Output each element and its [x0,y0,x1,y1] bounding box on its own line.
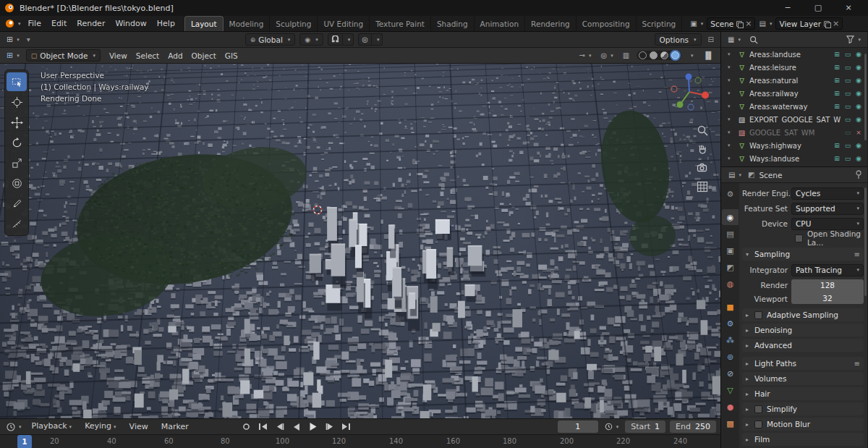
select-box-tool[interactable] [7,72,27,91]
workspace-tab-layout[interactable]: Layout [184,16,224,32]
active-tool-icon[interactable]: ⊞▾ [4,35,22,44]
viewport-menu-gis[interactable]: GIS [221,48,242,64]
tab-tool[interactable]: ⚙ [722,186,739,202]
tab-object[interactable]: ■ [722,299,739,315]
render-visibility-icon[interactable]: ◉ [854,90,863,97]
exclude-icon[interactable]: ⊞ [833,103,841,110]
disclosure-icon[interactable]: ▾ [728,90,734,96]
editor-type-properties-icon[interactable]: ▤▾ [726,171,744,179]
transform-orientation-dropdown[interactable]: ⊕ Global▾ [245,33,296,46]
samples-viewport-field[interactable]: 32 [791,292,864,304]
exclude-icon[interactable]: ⊞ [833,64,841,71]
snap-dropdown[interactable]: ▾ [343,33,354,46]
next-keyframe-button[interactable] [323,421,336,433]
annotate-tool[interactable] [7,194,27,213]
shading-solid-button[interactable] [650,51,658,59]
tab-texture[interactable]: ▩ [722,415,739,431]
shading-material-button[interactable] [660,51,668,59]
browse-view-layer-icon[interactable]: ▤▾ [757,20,774,28]
viewport-3d[interactable]: User Perspective (1) Collection | Ways:r… [0,64,720,418]
editor-type-viewport-icon[interactable]: ⊞▾ [4,51,22,60]
unlink-scene-button[interactable]: × [745,20,752,28]
render-visibility-icon[interactable]: ◉ [854,103,863,110]
remove-view-layer-button[interactable]: × [833,20,839,28]
workspace-tab-rendering[interactable]: Rendering [525,16,576,32]
cursor-tool[interactable] [7,93,27,111]
viewport-menu-add[interactable]: Add [163,48,187,64]
measure-tool[interactable] [7,214,27,233]
pin-icon[interactable] [855,170,862,179]
screen-visibility-icon[interactable]: ▭ [843,64,852,71]
render-visibility-icon[interactable]: ◉ [854,155,863,162]
new-scene-button[interactable] [736,21,742,27]
screen-visibility-icon[interactable]: ▭ [843,142,852,149]
screen-visibility-icon[interactable]: ▭ [843,116,852,123]
disclosure-icon[interactable]: ▾ [728,64,734,70]
exclude-icon[interactable]: ⊞ [833,142,841,149]
editor-type-timeline-icon[interactable]: ▾ [4,423,24,431]
screen-visibility-icon[interactable]: ▭ [843,77,852,84]
menu-render[interactable]: Render [72,16,110,32]
section-denoising[interactable]: ▸Denoising [742,324,864,337]
frame-end-field[interactable]: End250 [670,420,716,433]
section-adaptive-sampling[interactable]: ▸ Adaptive Sampling [742,308,864,321]
exclude-icon[interactable]: ⊞ [833,77,841,84]
screen-visibility-icon[interactable]: ▭ [843,51,852,58]
pivot-point-dropdown[interactable]: ◉▾ [299,33,323,46]
shading-dropdown[interactable]: ▾ [686,53,696,59]
screen-visibility-icon[interactable]: ▭ [843,129,852,136]
tab-scene[interactable]: ◩ [722,259,739,275]
pan-hand-icon[interactable] [697,143,708,155]
tab-render[interactable]: ◉ [722,209,739,225]
outliner-row-areas-landuse[interactable]: ▾ ∇ Areas:landuse ⊞▭◉ [721,48,867,61]
tab-object-data[interactable]: ▽ [722,382,739,398]
tab-view-layer[interactable]: ▣ [722,242,739,258]
outliner-row-google-sat[interactable]: ▾ ▨ GOOGLE_SAT_WM ▭× [721,126,867,139]
unlink-icon[interactable]: × [854,129,863,136]
blender-menu-icon[interactable]: ▾ [3,19,23,28]
menu-edit[interactable]: Edit [46,16,72,32]
mode-dropdown[interactable]: ▢ Object Mode▾ [26,49,101,62]
outliner-filter-icon[interactable]: ▾ [844,35,863,43]
tab-physics[interactable]: ⊚ [722,349,739,365]
xray-toggle[interactable]: ▥ [621,51,631,59]
menu-help[interactable]: Help [152,16,180,32]
navigation-gizmo[interactable] [667,68,712,113]
playhead-marker[interactable]: 1 [17,435,32,448]
gizmo-dropdown[interactable]: ⊸▾ [576,51,593,59]
snap-toggle[interactable] [328,33,343,46]
feature-set-dropdown[interactable]: Supported▾ [791,203,864,215]
timeline-menu-marker[interactable]: Marker [156,419,194,435]
header-extra-icon[interactable]: ⊟ [706,35,716,43]
options-dropdown[interactable]: Options▾ [655,33,702,46]
outliner-scrollbar[interactable] [864,54,867,140]
section-simplify[interactable]: ▸ Simplify [742,402,864,415]
maximize-button[interactable]: ▢ [803,0,833,16]
menu-file[interactable]: File [23,16,46,32]
motion-blur-checkbox[interactable] [754,420,762,428]
disclosure-icon[interactable]: ▾ [728,143,734,148]
previous-keyframe-button[interactable] [273,421,286,433]
auto-keying-toggle[interactable] [240,421,253,433]
proportional-edit-toggle[interactable]: ◎ [358,33,372,46]
disclosure-icon[interactable]: ▾ [728,117,734,122]
viewport-menu-object[interactable]: Object [187,48,221,64]
viewport-panel-toggle[interactable]: ▐▌ [701,51,716,59]
workspace-tab-shading[interactable]: Shading [431,16,475,32]
menu-window[interactable]: Window [110,16,151,32]
tab-material[interactable]: ● [722,399,739,415]
section-motion-blur[interactable]: ▸ Motion Blur [742,418,864,431]
current-frame-field[interactable]: 1 [558,420,598,433]
timeline-menu-playback[interactable]: Playback▾ [27,418,77,435]
jump-to-start-button[interactable] [257,421,270,433]
tab-world[interactable]: ◍ [722,276,739,292]
outliner-search-icon[interactable] [747,35,760,44]
render-visibility-icon[interactable]: ◉ [854,142,863,149]
screen-visibility-icon[interactable]: ▭ [843,103,852,110]
workspace-tab-modeling[interactable]: Modeling [224,16,271,32]
camera-view-icon[interactable] [697,162,708,174]
transform-tool[interactable] [7,174,27,193]
workspace-tab-scripting[interactable]: Scripting [637,16,683,32]
section-hair[interactable]: ▸Hair [742,387,864,400]
exclude-icon[interactable]: ⊞ [833,155,841,162]
